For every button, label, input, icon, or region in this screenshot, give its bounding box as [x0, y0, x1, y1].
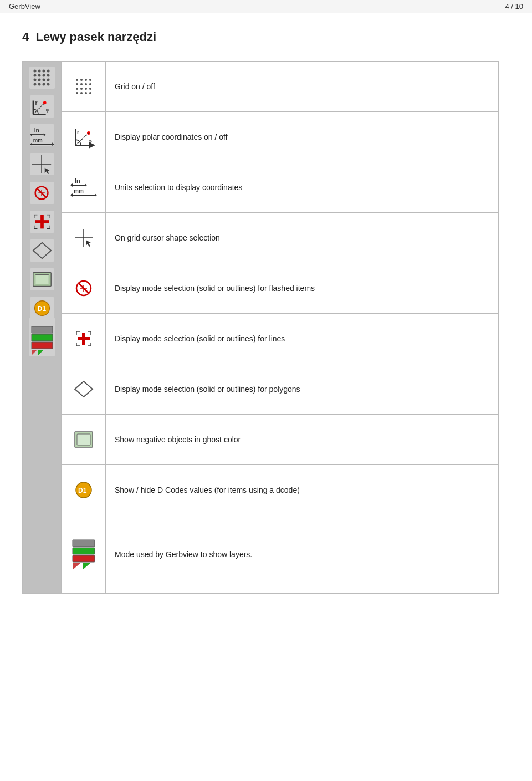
svg-point-80: [80, 92, 83, 94]
svg-rect-119: [73, 540, 95, 547]
sidebar-layers-icon: [28, 324, 56, 350]
svg-point-5: [33, 74, 36, 77]
svg-point-82: [89, 92, 91, 94]
svg-point-10: [38, 79, 40, 81]
section-title: 4 Lewy pasek narzędzi: [22, 30, 510, 44]
svg-point-71: [76, 83, 78, 85]
svg-text:φ: φ: [45, 106, 49, 113]
poly-icon-cell: [62, 364, 106, 414]
units-description: Units selection to display coordinates: [106, 162, 498, 212]
svg-text:r: r: [77, 129, 79, 135]
svg-marker-92: [70, 183, 73, 187]
svg-rect-116: [77, 434, 90, 445]
cursor-icon-cell: [62, 213, 106, 263]
svg-point-73: [85, 83, 87, 85]
sidebar-polar-icon: r φ: [28, 94, 56, 119]
svg-point-72: [80, 83, 83, 85]
page-content: 4 Lewy pasek narzędzi: [0, 13, 532, 610]
layers-description: Mode used by Gerbview to show layers.: [106, 515, 498, 593]
svg-rect-33: [30, 153, 54, 175]
svg-marker-96: [70, 193, 73, 197]
ghost-description: Show negative objects in ghost color: [106, 415, 498, 464]
flash-description: Display mode selection (solid or outline…: [106, 263, 498, 313]
svg-marker-122: [73, 563, 80, 570]
svg-marker-64: [32, 342, 53, 349]
svg-point-9: [33, 79, 36, 81]
sidebar-poly-icon: [28, 238, 56, 263]
table-row: ln mm Units selection to display coordin…: [62, 162, 498, 213]
sidebar-grid-icon: [28, 65, 56, 90]
svg-marker-123: [83, 563, 90, 570]
sidebar-units-icon: ln mm: [28, 122, 56, 148]
units-icon-cell: ln mm: [62, 162, 106, 212]
svg-marker-114: [75, 381, 93, 397]
svg-point-8: [47, 74, 49, 77]
ghost-icon-cell: [62, 415, 106, 464]
sidebar-ghost-icon: [28, 267, 56, 292]
svg-point-70: [89, 79, 91, 81]
svg-rect-121: [73, 555, 95, 562]
svg-point-1: [33, 70, 36, 73]
svg-point-7: [42, 74, 45, 77]
poly-description: Display mode selection (solid or outline…: [106, 364, 498, 414]
svg-point-4: [47, 70, 49, 73]
svg-point-11: [42, 79, 45, 81]
svg-rect-0: [29, 67, 55, 89]
svg-marker-95: [95, 193, 97, 197]
polar-icon-cell: r φ: [62, 112, 106, 162]
svg-point-6: [38, 74, 40, 77]
table-row: Display mode selection (solid or outline…: [62, 364, 498, 415]
svg-point-76: [80, 88, 83, 90]
layers-icon-cell: [62, 515, 106, 593]
svg-marker-91: [85, 183, 87, 187]
svg-point-78: [89, 88, 91, 90]
svg-point-67: [76, 79, 78, 81]
table-row: Display mode selection (solid or outline…: [62, 314, 498, 364]
svg-text:r: r: [35, 100, 37, 106]
svg-point-2: [38, 70, 40, 73]
table-row: Show negative objects in ghost color: [62, 415, 498, 465]
sidebar-lines-icon: [28, 209, 56, 234]
grid-description: Grid on / off: [106, 62, 498, 111]
grid-icon-cell: [62, 62, 106, 111]
cursor-description: On grid cursor shape selection: [106, 213, 498, 263]
sidebar-cursor-icon: [28, 151, 56, 177]
svg-marker-99: [86, 240, 91, 247]
table-row: Display mode selection (solid or outline…: [62, 263, 498, 314]
svg-point-16: [47, 83, 49, 86]
svg-text:D1: D1: [37, 305, 46, 313]
svg-text:D1: D1: [78, 487, 87, 494]
main-table: r φ ln: [22, 61, 499, 594]
app-name: GerbView: [9, 2, 40, 11]
svg-point-69: [85, 79, 87, 81]
svg-point-74: [89, 83, 91, 85]
svg-point-79: [76, 92, 78, 94]
dcode-icon-cell: D1: [62, 465, 106, 515]
svg-rect-120: [73, 548, 95, 554]
svg-point-13: [33, 83, 36, 86]
svg-point-12: [47, 79, 49, 81]
table-row: Grid on / off: [62, 62, 498, 112]
sidebar-column: r φ ln: [23, 62, 62, 593]
table-row: Mode used by Gerbview to show layers.: [62, 515, 498, 593]
svg-marker-63: [32, 334, 53, 341]
table-row: On grid cursor shape selection: [62, 213, 498, 263]
content-column: Grid on / off r φ: [62, 62, 498, 593]
lines-icon-cell: [62, 314, 106, 364]
svg-point-14: [38, 83, 40, 86]
svg-point-75: [76, 88, 78, 90]
table-row: r φ Display polar coordinates on / off: [62, 112, 498, 162]
svg-rect-44: [40, 215, 44, 229]
table-row: D1 Show / hide D Codes values (for items…: [62, 465, 498, 515]
svg-point-15: [42, 83, 45, 86]
svg-point-77: [85, 88, 87, 90]
svg-rect-57: [35, 274, 49, 284]
svg-point-81: [85, 92, 87, 94]
svg-text:φ: φ: [89, 139, 92, 144]
svg-marker-62: [32, 326, 53, 333]
svg-text:mm: mm: [33, 137, 42, 143]
dcode-description: Show / hide D Codes values (for items us…: [106, 465, 498, 515]
flash-icon-cell: [62, 263, 106, 313]
svg-text:mm: mm: [74, 188, 84, 194]
svg-text:ln: ln: [75, 177, 80, 184]
